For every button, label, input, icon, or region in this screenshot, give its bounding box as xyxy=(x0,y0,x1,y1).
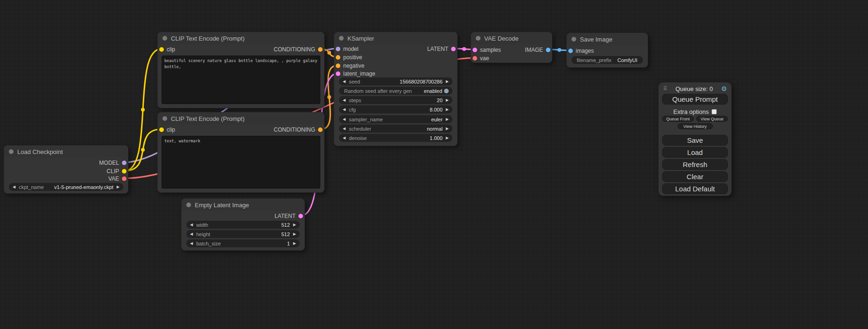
positive-prompt-textarea[interactable]: beautiful scenery nature glass bottle la… xyxy=(162,56,320,104)
collapse-dot-icon[interactable] xyxy=(9,149,14,154)
increment-arrow-icon[interactable]: ▶ xyxy=(293,221,296,229)
node-vae-decode[interactable]: VAE Decode samples IMAGE vae xyxy=(471,32,552,63)
view-history-button[interactable]: View History xyxy=(677,123,713,129)
node-title: CLIP Text Encode (Prompt) xyxy=(171,35,245,42)
next-value-arrow-icon[interactable]: ▶ xyxy=(117,183,120,191)
widget-label: filename_prefix xyxy=(577,57,612,63)
load-button[interactable]: Load xyxy=(662,147,728,158)
node-clip-text-encode-positive[interactable]: CLIP Text Encode (Prompt) clip CONDITION… xyxy=(157,32,325,108)
node-save-image[interactable]: Save Image images filename_prefix ComfyU… xyxy=(566,33,648,68)
collapse-dot-icon[interactable] xyxy=(162,36,167,41)
decrement-arrow-icon[interactable]: ◀ xyxy=(343,77,346,85)
seed-widget[interactable]: ◀ seed 156680208700286 ▶ xyxy=(339,77,452,85)
queue-actions-row: Queue Front View Queue xyxy=(662,116,728,122)
conditioning-output-dot[interactable] xyxy=(318,47,323,52)
random-seed-toggle-widget[interactable]: Random seed after every gen enabled xyxy=(339,87,452,95)
scheduler-widget[interactable]: ◀ scheduler normal ▶ xyxy=(339,125,452,133)
widget-label: sampler_name xyxy=(349,117,383,122)
node-clip-text-encode-negative[interactable]: CLIP Text Encode (Prompt) clip CONDITION… xyxy=(157,112,325,193)
save-button[interactable]: Save xyxy=(662,135,728,146)
sampler-name-widget[interactable]: ◀ sampler_name euler ▶ xyxy=(339,115,452,123)
collapse-dot-icon[interactable] xyxy=(572,37,576,42)
vae-output-dot[interactable] xyxy=(122,176,127,181)
node-ksampler[interactable]: KSampler model LATENT positive negative … xyxy=(334,32,458,146)
queue-prompt-button[interactable]: Queue Prompt xyxy=(662,94,728,105)
clear-button[interactable]: Clear xyxy=(662,171,728,182)
widget-label: height xyxy=(196,231,210,237)
node-title-bar[interactable]: VAE Decode xyxy=(471,32,552,44)
increment-arrow-icon[interactable]: ▶ xyxy=(293,230,296,238)
height-widget[interactable]: ◀ height 512 ▶ xyxy=(186,230,300,238)
image-output-dot[interactable] xyxy=(546,48,550,52)
widget-value: 1.000 xyxy=(430,135,443,141)
next-value-arrow-icon[interactable]: ▶ xyxy=(446,125,449,133)
negative-prompt-textarea[interactable]: text, watermark xyxy=(162,136,320,189)
steps-widget[interactable]: ◀ steps 20 ▶ xyxy=(339,96,452,104)
increment-arrow-icon[interactable]: ▶ xyxy=(446,77,449,85)
prev-value-arrow-icon[interactable]: ◀ xyxy=(13,183,15,191)
drag-handle-icon[interactable]: ⠿ xyxy=(663,85,667,92)
settings-gear-icon[interactable]: ⚙ xyxy=(721,85,727,92)
decrement-arrow-icon[interactable]: ◀ xyxy=(343,105,346,113)
widget-label: batch_size xyxy=(196,241,221,246)
decrement-arrow-icon[interactable]: ◀ xyxy=(343,96,346,104)
batch-size-widget[interactable]: ◀ batch_size 1 ▶ xyxy=(186,239,300,247)
prev-value-arrow-icon[interactable]: ◀ xyxy=(343,125,346,133)
clip-output-dot[interactable] xyxy=(122,169,127,174)
latent-image-input-dot[interactable] xyxy=(336,71,340,76)
collapse-dot-icon[interactable] xyxy=(339,36,344,41)
queue-front-button[interactable]: Queue Front xyxy=(662,116,694,122)
wire-clip-to-negative-prompt xyxy=(125,129,161,171)
widget-label: scheduler xyxy=(349,126,371,132)
increment-arrow-icon[interactable]: ▶ xyxy=(446,96,449,104)
increment-arrow-icon[interactable]: ▶ xyxy=(293,239,296,247)
node-empty-latent-image[interactable]: Empty Latent Image LATENT ◀ width 512 ▶ … xyxy=(181,198,305,251)
collapse-dot-icon[interactable] xyxy=(162,116,167,121)
ckpt-name-widget[interactable]: ◀ ckpt_name v1-5-pruned-emaonly.ckpt ▶ xyxy=(9,183,123,191)
conditioning-output-dot[interactable] xyxy=(318,127,323,132)
model-output-dot[interactable] xyxy=(122,161,127,165)
latent-output-dot[interactable] xyxy=(451,47,456,51)
width-widget[interactable]: ◀ width 512 ▶ xyxy=(186,221,300,229)
node-title-bar[interactable]: KSampler xyxy=(334,32,457,44)
widget-value: ComfyUI xyxy=(617,57,637,63)
negative-input-dot[interactable] xyxy=(336,63,340,68)
view-queue-button[interactable]: View Queue xyxy=(696,116,728,122)
denoise-widget[interactable]: ◀ denoise 1.000 ▶ xyxy=(339,134,452,142)
node-title-bar[interactable]: CLIP Text Encode (Prompt) xyxy=(158,112,324,125)
positive-input-dot[interactable] xyxy=(336,55,340,60)
increment-arrow-icon[interactable]: ▶ xyxy=(446,105,449,113)
images-input-dot[interactable] xyxy=(568,49,573,53)
collapse-dot-icon[interactable] xyxy=(476,36,480,41)
slot-label-image: IMAGE xyxy=(525,47,543,53)
toggle-indicator-icon[interactable] xyxy=(444,89,449,93)
vae-input-dot[interactable] xyxy=(473,56,477,61)
decrement-arrow-icon[interactable]: ◀ xyxy=(190,221,193,229)
decrement-arrow-icon[interactable]: ◀ xyxy=(190,239,193,247)
collapse-dot-icon[interactable] xyxy=(186,203,191,207)
slot-label-images: images xyxy=(576,48,594,54)
refresh-button[interactable]: Refresh xyxy=(662,159,728,170)
load-default-button[interactable]: Load Default xyxy=(662,183,728,194)
filename-prefix-widget[interactable]: filename_prefix ComfyUI xyxy=(572,56,643,64)
widget-value: 8.000 xyxy=(430,107,443,112)
comfy-menu-panel[interactable]: ⠿ Queue size: 0 ⚙ Queue Prompt Extra opt… xyxy=(658,82,732,196)
node-title-bar[interactable]: CLIP Text Encode (Prompt) xyxy=(158,32,324,44)
slot-label-latent: LATENT xyxy=(275,213,296,219)
cfg-widget[interactable]: ◀ cfg 8.000 ▶ xyxy=(339,105,452,113)
node-title-bar[interactable]: Empty Latent Image xyxy=(182,199,304,211)
extra-options-checkbox[interactable] xyxy=(712,109,717,114)
node-title: Empty Latent Image xyxy=(195,202,249,209)
next-value-arrow-icon[interactable]: ▶ xyxy=(446,115,449,123)
slot-label-conditioning: CONDITIONING xyxy=(274,46,315,53)
node-graph-canvas[interactable]: Load Checkpoint MODEL CLIP VAE ◀ ckpt_na… xyxy=(0,0,868,329)
node-title-bar[interactable]: Load Checkpoint xyxy=(4,146,128,158)
increment-arrow-icon[interactable]: ▶ xyxy=(446,134,449,142)
latent-output-dot[interactable] xyxy=(298,214,303,218)
node-title-bar[interactable]: Save Image xyxy=(567,33,648,45)
decrement-arrow-icon[interactable]: ◀ xyxy=(343,134,346,142)
decrement-arrow-icon[interactable]: ◀ xyxy=(190,230,193,238)
slot-label-clip: CLIP xyxy=(106,168,119,175)
node-load-checkpoint[interactable]: Load Checkpoint MODEL CLIP VAE ◀ ckpt_na… xyxy=(4,145,128,194)
prev-value-arrow-icon[interactable]: ◀ xyxy=(343,115,346,123)
